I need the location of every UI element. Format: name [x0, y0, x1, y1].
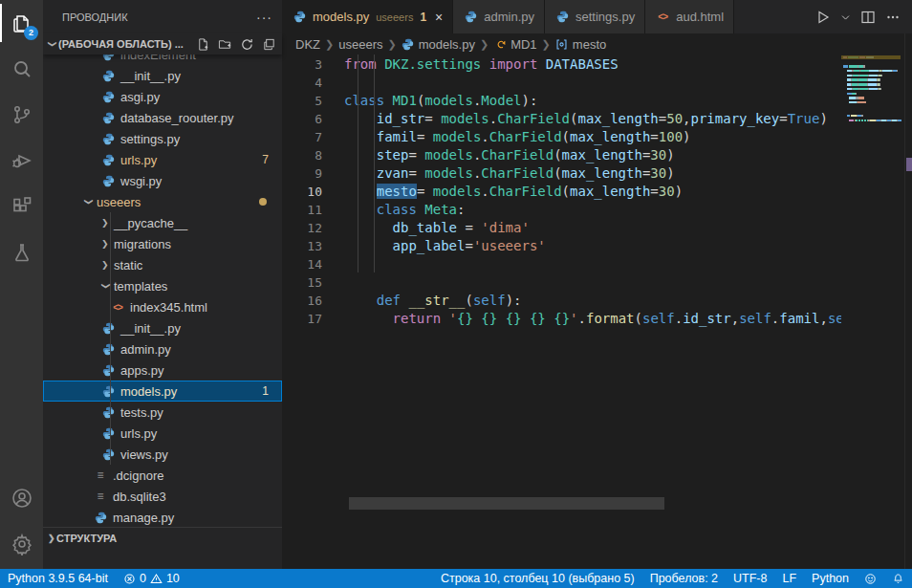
run-python-icon[interactable] — [815, 10, 831, 25]
eol-status[interactable]: LF — [774, 569, 804, 588]
collapse-all-icon[interactable] — [262, 37, 276, 52]
python-icon — [100, 112, 116, 124]
code-editor[interactable]: 3from DKZ.settings import DATABASES45cla… — [282, 55, 841, 569]
refresh-icon[interactable] — [240, 37, 254, 52]
tree-item-wsgi-py[interactable]: wsgi.py — [43, 170, 282, 191]
cursor-position-status[interactable]: Строка 10, столбец 10 (выбрано 5) — [433, 569, 642, 588]
tree-indent-guide — [110, 233, 111, 254]
breadcrumb-item-dkz[interactable]: DKZ — [295, 37, 320, 52]
code-text: def __str__(self): — [322, 292, 521, 310]
account-icon[interactable] — [0, 475, 43, 521]
breadcrumb-separator: ❯ — [325, 38, 334, 51]
tab-settings-py[interactable]: settings.py — [545, 0, 645, 33]
code-line: 6 id_str= models.CharField(max_length=50… — [282, 110, 841, 128]
tree-indent-guide — [110, 212, 111, 233]
tab-aud-html[interactable]: <>aud.html — [645, 0, 734, 33]
tree-item-apps-py[interactable]: apps.py — [43, 359, 282, 381]
minimap[interactable] — [841, 55, 904, 569]
tree-item-db-sqlite3[interactable]: ≡db.sqlite3 — [43, 486, 282, 507]
code-text — [322, 74, 344, 92]
tab-models-py[interactable]: models.pyuseeers1× — [282, 0, 453, 33]
code-text: db_table = 'dima' — [322, 219, 530, 237]
chevron-down-icon — [83, 197, 93, 207]
chevron-right-icon — [100, 260, 110, 270]
breadcrumb-item-models-py[interactable]: models.py — [402, 37, 475, 52]
python-interpreter-status[interactable]: Python 3.9.5 64-bit — [0, 569, 116, 588]
testing-icon[interactable] — [0, 229, 43, 275]
line-number: 10 — [282, 183, 322, 201]
tree-item-tests-py[interactable]: tests.py — [43, 402, 282, 423]
tree-item--pycache-[interactable]: __pycache__ — [43, 212, 282, 233]
problems-status[interactable]: 0 10 — [116, 569, 187, 588]
line-number: 11 — [282, 201, 322, 219]
line-number: 4 — [282, 74, 322, 92]
tree-item-admin-py[interactable]: admin.py — [43, 338, 282, 359]
notifications-bell-icon[interactable] — [884, 569, 912, 588]
tree-item-views-py[interactable]: views.py — [43, 444, 282, 465]
tree-item-label: database_roouter.py — [120, 111, 234, 125]
new-folder-icon[interactable] — [218, 37, 232, 52]
extensions-icon[interactable] — [0, 184, 43, 229]
run-debug-icon[interactable] — [0, 138, 43, 184]
horizontal-scrollbar[interactable] — [349, 497, 664, 510]
line-number: 16 — [282, 292, 322, 310]
tree-item-urls-py[interactable]: urls.py7 — [43, 149, 282, 170]
more-actions-icon[interactable] — [885, 10, 901, 25]
tree-item-database-roouter-py[interactable]: database_roouter.py — [43, 107, 282, 128]
activity-bar-bottom — [0, 475, 43, 567]
explorer-icon[interactable]: 2 — [0, 0, 43, 46]
tree-item-urls-py[interactable]: urls.py — [43, 423, 282, 444]
errors-count: 0 — [140, 572, 146, 585]
tree-item-label: wsgi.py — [120, 174, 162, 188]
feedback-icon[interactable] — [857, 569, 884, 588]
html-icon: <> — [110, 302, 125, 313]
tree-item-useeers[interactable]: useeers — [43, 191, 282, 212]
outline-section-header[interactable]: СТРУКТУРА — [43, 527, 282, 548]
settings-gear-icon[interactable] — [0, 521, 43, 567]
tree-item-migrations[interactable]: migrations — [43, 233, 282, 254]
encoding-status[interactable]: UTF-8 — [726, 569, 774, 588]
tab-admin-py[interactable]: admin.py — [453, 0, 545, 33]
indentation-status[interactable]: Пробелов: 2 — [642, 569, 726, 588]
tree-item-models-py[interactable]: models.py1 — [43, 381, 282, 402]
breadcrumb-item-mesto[interactable]: mesto — [555, 37, 606, 52]
modified-dot-badge — [259, 198, 267, 206]
editor-actions — [815, 0, 912, 33]
close-icon[interactable]: × — [435, 10, 443, 25]
tree-item-static[interactable]: static — [43, 254, 282, 275]
split-editor-icon[interactable] — [860, 10, 876, 25]
tree-item-settings-py[interactable]: settings.py — [43, 128, 282, 149]
tree-item-index345-html[interactable]: <>index345.html — [43, 296, 282, 317]
errors-icon — [123, 573, 136, 585]
workspace-section-header[interactable]: (РАБОЧАЯ ОБЛАСТЬ) ... — [43, 33, 282, 54]
tree-item-indexelement[interactable]: indexElement — [43, 54, 282, 65]
tree-item--init-py[interactable]: __init__.py — [43, 65, 282, 86]
breadcrumb-item-useeers[interactable]: useeers — [338, 37, 382, 52]
tree-item-label: db.sqlite3 — [113, 490, 166, 504]
code-line: 8 step= models.CharField(max_length=30) — [282, 146, 841, 164]
tab-problems-badge: 1 — [420, 11, 426, 24]
tree-item-manage-py[interactable]: manage.py — [43, 507, 282, 527]
source-control-icon[interactable] — [0, 92, 43, 138]
tree-item-templates[interactable]: templates — [43, 275, 282, 296]
overview-ruler — [904, 33, 912, 569]
tree-item-asgi-py[interactable]: asgi.py — [43, 86, 282, 107]
breadcrumb-label: mesto — [573, 37, 606, 52]
file-tree: indexElement__init__.pyasgi.pydatabase_r… — [43, 54, 282, 527]
status-bar-right: Строка 10, столбец 10 (выбрано 5) Пробел… — [433, 569, 912, 588]
new-file-icon[interactable] — [196, 37, 210, 52]
tree-item-label: apps.py — [120, 363, 164, 378]
indent-guide — [374, 54, 375, 272]
line-number: 12 — [282, 219, 322, 237]
breadcrumb-item-md1[interactable]: MD1 — [493, 37, 536, 52]
python-icon — [100, 385, 116, 398]
tree-indent-guide — [110, 402, 111, 423]
sidebar-more-icon[interactable]: ··· — [256, 10, 272, 25]
search-icon[interactable] — [0, 46, 43, 92]
tree-item--init-py[interactable]: __init__.py — [43, 317, 282, 338]
code-text: mesto= models.CharField(max_length=30) — [322, 183, 683, 201]
tree-item--dcignore[interactable]: ≡.dcignore — [43, 465, 282, 486]
language-mode-status[interactable]: Python — [804, 569, 857, 588]
run-dropdown-chevron-icon[interactable] — [840, 10, 851, 25]
tree-item-label: __pycache__ — [114, 216, 187, 230]
